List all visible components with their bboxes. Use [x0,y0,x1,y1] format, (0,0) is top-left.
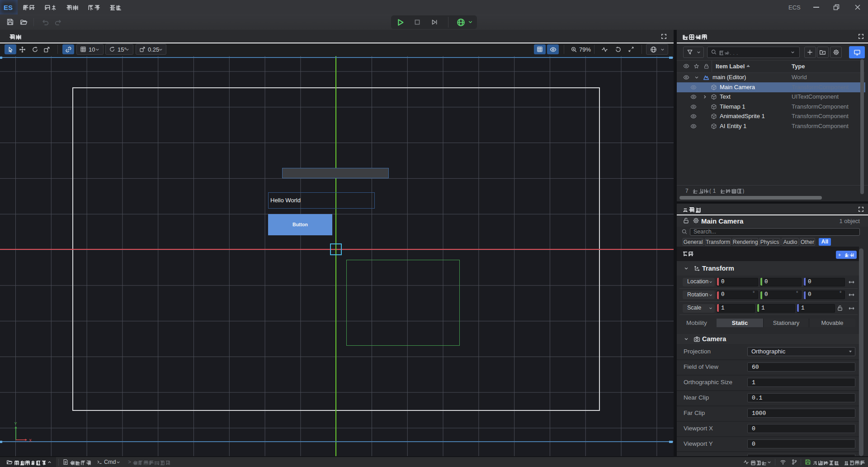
svg-text:.: . [730,50,731,56]
svg-text:): ) [742,188,744,194]
svg-text:.: . [736,50,738,56]
svg-text:+: + [838,253,841,257]
svg-text:1: 1 [713,188,716,194]
svg-text:.: . [733,50,734,56]
svg-text:(: ( [709,188,711,194]
svg-text:Y: Y [14,421,17,426]
svg-text:X: X [29,438,32,443]
svg-text:7: 7 [685,188,689,194]
